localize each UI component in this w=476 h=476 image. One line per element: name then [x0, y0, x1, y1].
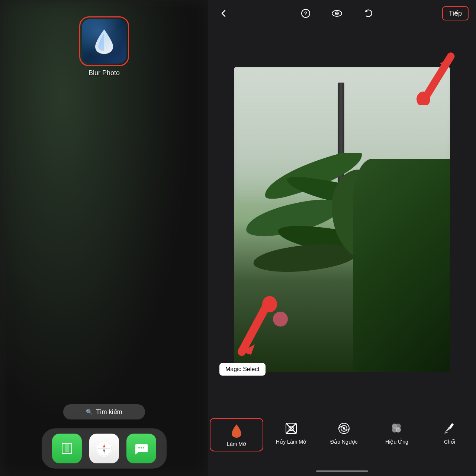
search-label: Tìm kiếm: [96, 408, 122, 416]
svg-point-30: [396, 427, 401, 432]
bottom-toolbar: Làm Mờ Hủy Làm Mờ: [208, 413, 476, 476]
dock-phone-icon[interactable]: [52, 434, 82, 463]
water-drop-icon: [93, 28, 115, 55]
left-bottom-area: 🔍 Tìm kiếm: [0, 404, 208, 476]
toolbar-lam-mo[interactable]: Làm Mờ: [210, 418, 263, 451]
toolbar-dao-nguoc[interactable]: Đảo Ngược: [318, 416, 370, 448]
left-panel: Blur Photo 🔍 Tìm kiếm: [0, 0, 208, 476]
search-icon: 🔍: [86, 409, 93, 415]
svg-point-8: [143, 447, 144, 448]
choi-label: Chổi: [444, 439, 455, 445]
app-icon[interactable]: [82, 19, 126, 64]
choi-icon: [441, 420, 458, 437]
toolbar-hieu-ung[interactable]: Hiệu Ứng: [370, 416, 423, 448]
dao-nguoc-label: Đảo Ngược: [330, 439, 358, 445]
nav-center: ?: [298, 5, 376, 22]
photo-area: Magic Select: [208, 27, 476, 413]
dock: [42, 428, 167, 469]
svg-point-13: [336, 13, 338, 14]
svg-point-7: [141, 447, 142, 448]
back-button[interactable]: [216, 5, 232, 22]
preview-button[interactable]: [329, 5, 345, 22]
huy-lam-mo-label: Hủy Làm Mờ: [276, 439, 306, 445]
undo-button[interactable]: [360, 5, 376, 22]
right-panel: ? Tiếp: [208, 0, 476, 476]
svg-point-6: [138, 447, 140, 448]
app-icon-container[interactable]: Blur Photo: [79, 16, 129, 77]
search-bar[interactable]: 🔍 Tìm kiếm: [63, 404, 145, 419]
home-indicator: [316, 470, 368, 472]
help-button[interactable]: ?: [298, 5, 314, 22]
dock-safari-icon[interactable]: [89, 434, 119, 463]
arrow-up-right: [416, 45, 461, 106]
svg-text:?: ?: [304, 10, 308, 16]
hieu-ung-label: Hiệu Ứng: [385, 439, 408, 445]
top-nav: ? Tiếp: [208, 0, 476, 27]
toolbar-items: Làm Mờ Hủy Làm Mờ: [208, 413, 476, 453]
dock-messages-icon[interactable]: [126, 434, 156, 463]
toolbar-choi[interactable]: Chổi: [423, 416, 476, 448]
hieu-ung-icon: [389, 420, 405, 437]
toolbar-huy-lam-mo[interactable]: Hủy Làm Mờ: [265, 416, 318, 448]
arrow-down-left: [231, 296, 279, 364]
lam-mo-label: Làm Mờ: [227, 441, 246, 447]
photo-right-greenery: [353, 159, 450, 372]
app-icon-selected-border: [79, 16, 129, 66]
lam-mo-icon: [228, 422, 245, 439]
magic-select-label: Magic Select: [225, 366, 260, 372]
magic-select-tooltip: Magic Select: [219, 363, 266, 376]
huy-lam-mo-icon: [283, 420, 299, 437]
next-button[interactable]: Tiếp: [442, 6, 469, 20]
dao-nguoc-icon: [336, 420, 352, 437]
svg-point-19: [262, 296, 277, 312]
app-name-label: Blur Photo: [89, 69, 120, 77]
